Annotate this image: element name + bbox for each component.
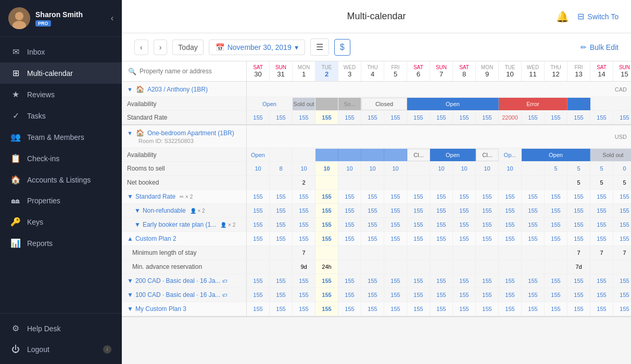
custplan2-row-cell-13[interactable]: 155: [545, 232, 567, 245]
nonrefund-row-cell-10[interactable]: 155: [476, 204, 499, 217]
minstay-row-cell-12[interactable]: [522, 246, 545, 259]
nonrefund-row-cell-16[interactable]: 155: [613, 204, 631, 217]
earlybooker-row-cell-9[interactable]: 155: [453, 218, 476, 231]
custplan2-row-cell-2[interactable]: 155: [293, 232, 316, 245]
rooms-row-cell-15[interactable]: 5: [590, 162, 613, 175]
stdrate2-row-cell-13[interactable]: 155: [545, 190, 567, 203]
nonrefund-row-cell-7[interactable]: 155: [407, 204, 430, 217]
earlybooker-row-cell-16[interactable]: 155: [613, 218, 631, 231]
minadvance-row-cell-15[interactable]: [590, 260, 613, 274]
rate-cell-1-2[interactable]: 155: [293, 111, 316, 124]
minstay-row-cell-14[interactable]: 7: [567, 246, 590, 259]
nonrefund-row-cell-6[interactable]: 155: [384, 204, 407, 217]
nonrefund-row-cell-13[interactable]: 155: [545, 204, 567, 217]
rate-cell-1-9[interactable]: 155: [453, 111, 476, 124]
deal100-row-cell-14[interactable]: 155: [567, 288, 590, 302]
custplan3-row-cell-11[interactable]: 155: [499, 302, 522, 316]
rate-cell-1-3[interactable]: 155: [316, 111, 338, 124]
deal200-row-cell-9[interactable]: 155: [453, 274, 476, 288]
deal200-row-cell-11[interactable]: 155: [499, 274, 522, 288]
rooms-row-cell-8[interactable]: 10: [430, 162, 453, 175]
custplan2-row-cell-14[interactable]: 155: [567, 232, 590, 245]
rate-cell-1-1[interactable]: 155: [270, 111, 293, 124]
custplan3-row-cell-10[interactable]: 155: [476, 302, 499, 316]
nonrefund-row-cell-9[interactable]: 155: [453, 204, 476, 217]
minadvance-row-cell-0[interactable]: [247, 260, 270, 274]
rate-cell-1-14[interactable]: 155: [567, 111, 590, 124]
custplan2-row-cell-11[interactable]: 155: [499, 232, 522, 245]
custplan3-row-cell-1[interactable]: 155: [270, 302, 293, 316]
stdrate2-row-cell-4[interactable]: 155: [338, 190, 361, 203]
next-button[interactable]: ›: [154, 40, 168, 55]
rate-cell-1-0[interactable]: 155: [247, 111, 270, 124]
rate-cell-1-4[interactable]: 155: [338, 111, 361, 124]
custplan2-row-cell-3[interactable]: 155: [316, 232, 338, 245]
deal100-row-cell-11[interactable]: 155: [499, 288, 522, 302]
netbooked-row-cell-8[interactable]: [430, 176, 453, 189]
minadvance-row-cell-1[interactable]: [270, 260, 293, 274]
deal100-row-cell-8[interactable]: 155: [430, 288, 453, 302]
deal100-row-cell-10[interactable]: 155: [476, 288, 499, 302]
deal200-row-cell-4[interactable]: 155: [338, 274, 361, 288]
minadvance-row-cell-11[interactable]: [499, 260, 522, 274]
minadvance-row-cell-9[interactable]: [453, 260, 476, 274]
rooms-row-cell-9[interactable]: 10: [453, 162, 476, 175]
stdrate2-row-cell-1[interactable]: 155: [270, 190, 293, 203]
nonrefund-row-cell-11[interactable]: 155: [499, 204, 522, 217]
minadvance-row-cell-7[interactable]: [407, 260, 430, 274]
earlybooker-row-cell-15[interactable]: 155: [590, 218, 613, 231]
netbooked-row-cell-12[interactable]: [522, 176, 545, 189]
deal200-row-cell-7[interactable]: 155: [407, 274, 430, 288]
deal100-row-cell-7[interactable]: 155: [407, 288, 430, 302]
earlybooker-row-cell-4[interactable]: 155: [338, 218, 361, 231]
custplan2-row-cell-12[interactable]: 155: [522, 232, 545, 245]
rooms-row-cell-2[interactable]: 10: [293, 162, 316, 175]
sidebar-item-team-members[interactable]: 👥 Team & Members: [0, 126, 122, 148]
netbooked-row-cell-16[interactable]: 5: [613, 176, 631, 189]
minstay-row-cell-15[interactable]: 7: [590, 246, 613, 259]
sidebar-item-multi-calendar[interactable]: ⊞ Multi-calendar: [0, 62, 122, 84]
deal200-row-cell-15[interactable]: 155: [590, 274, 613, 288]
sidebar-item-inbox[interactable]: ✉ Inbox: [0, 41, 122, 62]
minadvance-row-cell-3[interactable]: 24h: [316, 260, 338, 274]
netbooked-row-cell-15[interactable]: 5: [590, 176, 613, 189]
stdrate2-row-cell-2[interactable]: 155: [293, 190, 316, 203]
deal200-row-cell-12[interactable]: 155: [522, 274, 545, 288]
custplan2-row-cell-15[interactable]: 155: [590, 232, 613, 245]
earlybooker-row-cell-7[interactable]: 155: [407, 218, 430, 231]
custplan3-row-cell-12[interactable]: 155: [522, 302, 545, 316]
minstay-row-cell-2[interactable]: 7: [293, 246, 316, 259]
minstay-row-cell-3[interactable]: [316, 246, 338, 259]
custplan3-row-cell-7[interactable]: 155: [407, 302, 430, 316]
deal200-row-cell-10[interactable]: 155: [476, 274, 499, 288]
custplan3-row-cell-2[interactable]: 155: [293, 302, 316, 316]
minadvance-row-cell-4[interactable]: [338, 260, 361, 274]
stdrate2-row-cell-6[interactable]: 155: [384, 190, 407, 203]
deal100-row-cell-1[interactable]: 155: [270, 288, 293, 302]
custplan2-row-cell-1[interactable]: 155: [270, 232, 293, 245]
nonrefund-row-cell-14[interactable]: 155: [567, 204, 590, 217]
nonrefund-row-cell-4[interactable]: 155: [338, 204, 361, 217]
earlybooker-row-cell-5[interactable]: 155: [361, 218, 384, 231]
custplan3-row-cell-14[interactable]: 155: [567, 302, 590, 316]
custplan2-row-cell-0[interactable]: 155: [247, 232, 270, 245]
custplan3-row-cell-15[interactable]: 155: [590, 302, 613, 316]
stdrate2-row-cell-16[interactable]: 155: [613, 190, 631, 203]
stdrate2-row-cell-15[interactable]: 155: [590, 190, 613, 203]
rate-cell-1-16[interactable]: 155: [613, 111, 631, 124]
rooms-row-cell-4[interactable]: 10: [338, 162, 361, 175]
deal200-row-cell-8[interactable]: 155: [430, 274, 453, 288]
minstay-row-cell-7[interactable]: [407, 246, 430, 259]
deal100-row-cell-4[interactable]: 155: [338, 288, 361, 302]
nonrefund-row-cell-0[interactable]: 155: [247, 204, 270, 217]
minstay-row-cell-11[interactable]: [499, 246, 522, 259]
minadvance-row-cell-8[interactable]: [430, 260, 453, 274]
rate-cell-1-13[interactable]: 155: [545, 111, 567, 124]
today-button[interactable]: Today: [172, 40, 203, 55]
custplan2-row-cell-4[interactable]: 155: [338, 232, 361, 245]
rate-cell-1-12[interactable]: 155: [522, 111, 545, 124]
minstay-row-cell-8[interactable]: [430, 246, 453, 259]
stdrate2-row-cell-9[interactable]: 155: [453, 190, 476, 203]
sidebar-collapse-button[interactable]: ‹: [111, 14, 113, 23]
rooms-row-cell-1[interactable]: 8: [270, 162, 293, 175]
